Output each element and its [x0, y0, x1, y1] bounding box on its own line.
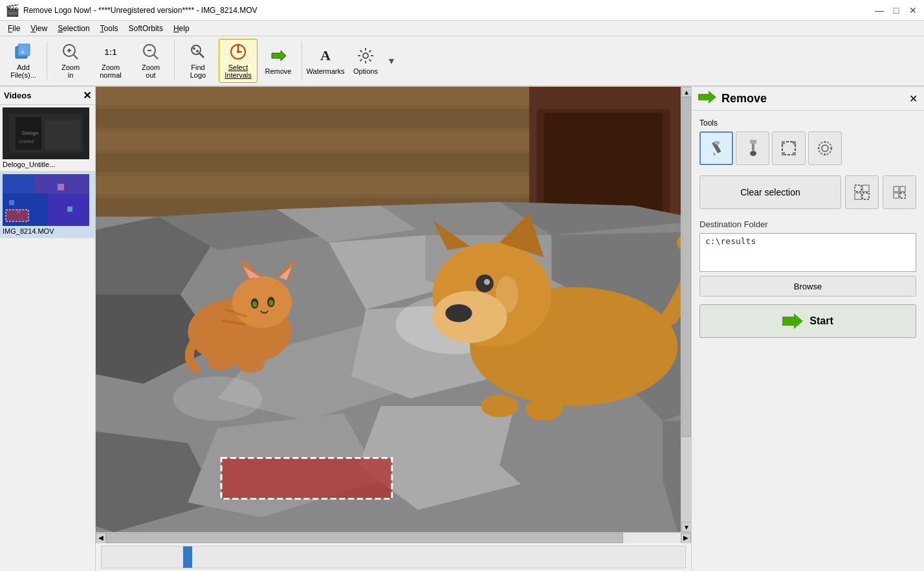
toolbar-zoom-normal[interactable]: 1:1 Zoomnormal	[91, 39, 130, 83]
toolbar-watermarks[interactable]: A Watermarks	[306, 39, 345, 83]
menu-tools[interactable]: Tools	[95, 23, 124, 34]
destination-folder-input[interactable]	[699, 233, 916, 272]
toolbox-header: Remove ✕	[692, 87, 924, 111]
toolbar: + AddFile(s)... Zoomin 1:1 Zoomnormal	[0, 36, 924, 87]
h-scroll-thumb[interactable]	[106, 533, 623, 543]
svg-rect-107	[714, 141, 720, 144]
watermarks-icon: A	[316, 47, 335, 65]
options-label: Options	[353, 67, 378, 75]
svg-point-76	[173, 376, 262, 421]
title-bar-left: 🎬 Remove Logo Now! - ****Unregistered ve…	[5, 3, 258, 17]
select-intervals-icon	[229, 43, 247, 61]
svg-point-19	[363, 53, 368, 58]
videos-header: Videos ✕	[0, 87, 95, 105]
scrubber-track[interactable]	[101, 546, 686, 568]
toolbar-options[interactable]: Options	[346, 39, 385, 83]
tool-magic-wand[interactable]	[808, 131, 842, 165]
toolbox-title: Remove	[698, 91, 767, 106]
videos-close-icon[interactable]: ✕	[83, 89, 91, 102]
svg-rect-103	[221, 458, 392, 498]
browse-button[interactable]: Browse	[699, 276, 916, 297]
svg-point-13	[196, 50, 199, 52]
scroll-up-button[interactable]: ▲	[681, 87, 692, 97]
svg-marker-104	[698, 91, 716, 104]
close-button[interactable]: ✕	[907, 5, 919, 16]
viewport-container: ▲ ▼ ◀ ▶	[96, 87, 691, 571]
svg-rect-127	[900, 186, 905, 192]
toolbar-add-files[interactable]: + AddFile(s)...	[4, 39, 43, 83]
svg-point-79	[232, 276, 292, 328]
zoom-normal-label: Zoomnormal	[100, 63, 122, 79]
svg-point-12	[193, 47, 195, 50]
tool-brush[interactable]	[736, 131, 769, 165]
toolbox-close-icon[interactable]: ✕	[909, 93, 918, 105]
zoom-normal-icon: 1:1	[102, 43, 120, 61]
menu-help[interactable]: Help	[168, 23, 195, 34]
v-scroll-track[interactable]	[681, 97, 691, 522]
scrubber-thumb[interactable]	[183, 546, 192, 568]
viewport-with-vscroll: ▲ ▼	[96, 87, 691, 532]
toolbox-body: Tools	[692, 111, 924, 346]
remove-label: Remove	[265, 67, 292, 75]
video-viewport[interactable]	[96, 87, 681, 532]
clear-section: Clear selection	[699, 175, 916, 209]
vertical-scrollbar: ▲ ▼	[681, 87, 691, 532]
svg-point-109	[750, 151, 756, 156]
svg-marker-106	[713, 152, 716, 156]
clear-selection-button[interactable]: Clear selection	[699, 175, 841, 209]
svg-rect-114	[782, 152, 785, 155]
toolbar-scroll-right[interactable]: ▼	[386, 39, 397, 83]
toolbar-zoom-in[interactable]: Zoomin	[51, 39, 90, 83]
maximize-button[interactable]: □	[890, 5, 902, 16]
scroll-left-button[interactable]: ◀	[96, 533, 106, 543]
video-thumb-1: Delogo Untitled	[3, 107, 89, 159]
svg-point-17	[237, 50, 239, 53]
scroll-down-button[interactable]: ▼	[681, 522, 692, 532]
add-files-label: AddFile(s)...	[10, 63, 36, 79]
svg-rect-31	[45, 120, 80, 150]
svg-point-87	[269, 300, 273, 306]
zoom-out-label: Zoomout	[142, 63, 160, 79]
destination-folder-label: Destination Folder	[699, 219, 916, 229]
horizontal-scrollbar: ◀ ▶	[96, 532, 691, 543]
svg-rect-113	[793, 141, 796, 144]
window-title: Remove Logo Now! - ****Unregistered vers…	[23, 6, 258, 15]
svg-line-6	[74, 55, 78, 59]
toolbar-find-logo[interactable]: FindLogo	[179, 39, 217, 83]
video-label-1: Delogo_Untitle...	[3, 161, 93, 168]
toolbar-select-intervals[interactable]: SelectIntervals	[219, 39, 258, 83]
expand-icon-button[interactable]	[845, 175, 879, 209]
tool-pencil[interactable]	[699, 131, 733, 165]
remove-icon	[269, 47, 287, 65]
destination-folder-section: Destination Folder // Set value after sc…	[699, 219, 916, 297]
svg-rect-35	[3, 174, 35, 194]
tools-grid	[699, 131, 916, 165]
start-button[interactable]: Start	[699, 304, 916, 338]
toolbar-sep-3	[302, 41, 302, 80]
menu-view[interactable]: View	[25, 23, 52, 34]
video-item-1[interactable]: Delogo Untitled Delogo_Untitle...	[0, 105, 95, 172]
start-button-label: Start	[809, 315, 833, 327]
svg-rect-126	[894, 186, 899, 192]
svg-point-91	[237, 358, 264, 373]
menu-selection[interactable]: Selection	[52, 23, 94, 34]
toolbar-remove[interactable]: Remove	[259, 39, 298, 83]
svg-rect-43	[6, 210, 28, 221]
toolbox-panel: Remove ✕ Tools	[691, 87, 924, 571]
toolbar-zoom-out[interactable]: Zoomout	[131, 39, 170, 83]
toolbar-sep-2	[174, 41, 175, 80]
svg-line-9	[154, 55, 158, 59]
svg-line-11	[199, 53, 204, 58]
svg-text:+: +	[21, 49, 25, 56]
menu-file[interactable]: File	[3, 23, 25, 34]
menu-softorbits[interactable]: SoftOrbits	[124, 23, 168, 34]
videos-title: Videos	[4, 91, 31, 100]
svg-line-27	[360, 60, 362, 62]
minimize-button[interactable]: —	[874, 5, 885, 16]
shrink-icon-button[interactable]	[883, 175, 916, 209]
tool-rect-select[interactable]	[772, 131, 806, 165]
h-scroll-track[interactable]	[106, 533, 681, 543]
v-scroll-thumb[interactable]	[681, 97, 691, 437]
video-item-2[interactable]: IMG_8214.MOV	[0, 172, 95, 238]
scroll-right-button[interactable]: ▶	[681, 533, 691, 543]
